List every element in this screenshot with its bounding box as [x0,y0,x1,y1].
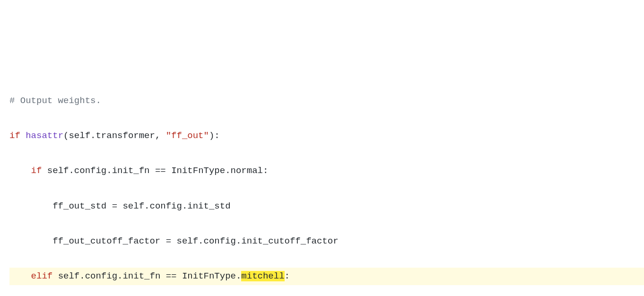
attr-transformer: transformer [96,131,155,141]
builtin-hasattr: hasattr [26,131,63,141]
enum-mitchell-highlighted: mitchell [241,271,284,281]
class-initfntype: InitFnType [171,165,225,176]
attr-init-std: init_std [187,201,230,211]
code-line-highlighted: elif self.config.init_fn == InitFnType.m… [9,268,644,285]
comment: # Output weights. [9,96,101,106]
keyword-if: if [31,165,42,176]
self: self [47,165,69,176]
keyword-elif: elif [31,271,53,281]
dot: . [90,131,96,141]
code-line: if self.config.init_fn == InitFnType.nor… [9,162,644,180]
attr-init-cutoff: init_cutoff_factor [241,236,338,246]
code-line: if hasattr(self.transformer, "ff_out"): [9,127,644,145]
var-ff-out-cutoff: ff_out_cutoff_factor [52,236,160,246]
colon: : [214,131,219,141]
code-line: ff_out_std = self.config.init_std [9,198,644,215]
code-block: # Output weights. if hasattr(self.transf… [9,75,644,296]
enum-normal: normal [231,165,263,176]
comma: , [155,131,160,141]
assign: = [112,201,117,211]
keyword-if: if [9,131,20,141]
code-line: # Output weights. [9,92,644,110]
code-line: ff_out_cutoff_factor = self.config.init_… [9,233,644,250]
operator-eq: == [155,165,166,176]
paren-close: ) [209,131,214,141]
self: self [69,131,90,141]
paren-open: ( [63,131,69,141]
var-ff-out-std: ff_out_std [52,201,106,211]
string-ff-out: "ff_out" [166,131,209,141]
